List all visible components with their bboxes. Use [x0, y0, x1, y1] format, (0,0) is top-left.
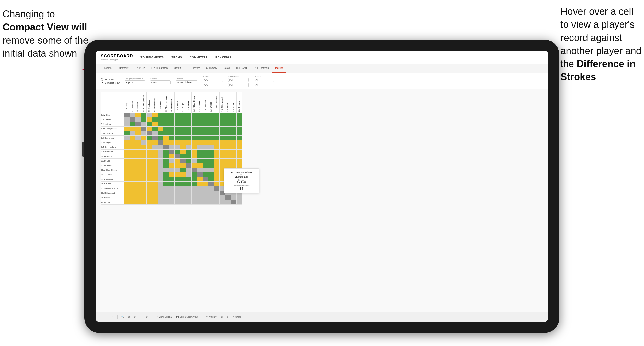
matrix-cell-5-19[interactable]: [231, 136, 237, 140]
toolbar-redo[interactable]: ↪: [106, 316, 108, 318]
matrix-cell-10-2[interactable]: [135, 159, 141, 163]
matrix-cell-3-10[interactable]: [180, 127, 186, 131]
players-select[interactable]: (All): [254, 78, 274, 82]
matrix-cell-15-0[interactable]: [124, 182, 130, 186]
matrix-cell-8-9[interactable]: [175, 150, 180, 154]
matrix-cell-8-13[interactable]: [197, 150, 203, 154]
matrix-cell-16-4[interactable]: [147, 186, 152, 191]
matrix-cell-8-14[interactable]: [203, 150, 208, 154]
matrix-cell-16-0[interactable]: [124, 186, 130, 191]
matrix-cell-3-17[interactable]: [220, 127, 225, 131]
matrix-cell-8-12[interactable]: [192, 150, 197, 154]
subtab-matrix2[interactable]: Matrix: [272, 64, 286, 73]
toolbar-watch[interactable]: 👁 Watch ▾: [206, 316, 217, 318]
matrix-cell-3-7[interactable]: [163, 127, 169, 131]
matrix-cell-10-4[interactable]: [147, 159, 152, 163]
matrix-cell-19-20[interactable]: [237, 200, 242, 205]
matrix-cell-3-8[interactable]: [169, 127, 175, 131]
matrix-cell-5-14[interactable]: [203, 136, 208, 140]
matrix-cell-6-16[interactable]: [214, 140, 220, 145]
matrix-cell-11-1[interactable]: [130, 163, 135, 168]
matrix-cell-17-6[interactable]: [158, 191, 163, 195]
matrix-cell-7-18[interactable]: [225, 145, 231, 150]
matrix-cell-13-13[interactable]: [197, 172, 203, 177]
matrix-cell-9-18[interactable]: [225, 154, 231, 159]
matrix-cell-8-10[interactable]: [180, 150, 186, 154]
matrix-cell-7-1[interactable]: [130, 145, 135, 150]
conference-select2[interactable]: (All): [228, 83, 249, 87]
matrix-cell-8-6[interactable]: [158, 150, 163, 154]
toolbar-view-original[interactable]: 👁 View: Original: [156, 316, 172, 318]
toolbar-search[interactable]: 🔍: [121, 316, 124, 318]
matrix-cell-9-1[interactable]: [130, 154, 135, 159]
matrix-cell-15-16[interactable]: [214, 182, 220, 186]
matrix-cell-6-4[interactable]: [147, 140, 152, 145]
matrix-cell-6-1[interactable]: [130, 140, 135, 145]
matrix-cell-14-9[interactable]: [175, 177, 180, 182]
matrix-cell-18-2[interactable]: [135, 195, 141, 200]
matrix-cell-6-6[interactable]: [158, 140, 163, 145]
matrix-cell-18-15[interactable]: [208, 195, 214, 200]
subtab-teams[interactable]: Teams: [101, 64, 114, 73]
region-select[interactable]: N/A: [203, 78, 223, 82]
matrix-cell-10-0[interactable]: [124, 159, 130, 163]
matrix-cell-4-11[interactable]: [186, 131, 192, 136]
matrix-cell-10-18[interactable]: [225, 159, 231, 163]
matrix-cell-12-11[interactable]: [186, 168, 192, 172]
matrix-cell-2-17[interactable]: [220, 122, 225, 127]
matrix-cell-16-6[interactable]: [158, 186, 163, 191]
matrix-cell-3-19[interactable]: [231, 127, 237, 131]
matrix-cell-12-9[interactable]: [175, 168, 180, 172]
matrix-cell-4-16[interactable]: [214, 131, 220, 136]
matrix-cell-0-13[interactable]: [197, 113, 203, 117]
matrix-cell-12-4[interactable]: [147, 168, 152, 172]
matrix-cell-12-12[interactable]: [192, 168, 197, 172]
matrix-cell-16-10[interactable]: [180, 186, 186, 191]
matrix-cell-8-15[interactable]: [208, 150, 214, 154]
matrix-cell-0-8[interactable]: [169, 113, 175, 117]
matrix-cell-15-11[interactable]: [186, 182, 192, 186]
matrix-cell-18-20[interactable]: [237, 195, 242, 200]
matrix-cell-4-10[interactable]: [180, 131, 186, 136]
matrix-cell-19-19[interactable]: [231, 200, 237, 205]
matrix-cell-0-20[interactable]: [237, 113, 242, 117]
matrix-cell-1-18[interactable]: [225, 117, 231, 122]
matrix-cell-12-16[interactable]: [214, 168, 220, 172]
matrix-cell-14-1[interactable]: [130, 177, 135, 182]
matrix-cell-8-1[interactable]: [130, 150, 135, 154]
matrix-cell-17-9[interactable]: [175, 191, 180, 195]
matrix-cell-14-3[interactable]: [141, 177, 147, 182]
matrix-cell-4-9[interactable]: [175, 131, 180, 136]
matrix-cell-7-9[interactable]: [175, 145, 180, 150]
matrix-cell-9-6[interactable]: [158, 154, 163, 159]
matrix-cell-4-13[interactable]: [197, 131, 203, 136]
matrix-cell-19-18[interactable]: [225, 200, 231, 205]
matrix-cell-7-13[interactable]: [197, 145, 203, 150]
matrix-cell-13-8[interactable]: [169, 172, 175, 177]
matrix-cell-5-16[interactable]: [214, 136, 220, 140]
matrix-cell-8-3[interactable]: [141, 150, 147, 154]
matrix-cell-5-2[interactable]: [135, 136, 141, 140]
matrix-cell-4-14[interactable]: [203, 131, 208, 136]
matrix-cell-7-6[interactable]: [158, 145, 163, 150]
matrix-cell-17-4[interactable]: [147, 191, 152, 195]
matrix-cell-5-1[interactable]: [130, 136, 135, 140]
matrix-cell-7-14[interactable]: [203, 145, 208, 150]
matrix-cell-19-15[interactable]: [208, 200, 214, 205]
matrix-cell-19-8[interactable]: [169, 200, 175, 205]
matrix-cell-19-14[interactable]: [203, 200, 208, 205]
matrix-cell-11-9[interactable]: [175, 163, 180, 168]
matrix-cell-14-16[interactable]: [214, 177, 220, 182]
matrix-scroll[interactable]: 1. W Ding2. L Clanton3. J Koivun4. M Tho…: [101, 92, 543, 309]
matrix-cell-0-1[interactable]: [130, 113, 135, 117]
matrix-cell-4-12[interactable]: [192, 131, 197, 136]
matrix-cell-14-8[interactable]: [169, 177, 175, 182]
matrix-cell-11-4[interactable]: [147, 163, 152, 168]
matrix-cell-2-5[interactable]: [152, 122, 158, 127]
matrix-cell-7-12[interactable]: [192, 145, 197, 150]
matrix-cell-4-15[interactable]: [208, 131, 214, 136]
matrix-cell-1-15[interactable]: [208, 117, 214, 122]
matrix-cell-19-2[interactable]: [135, 200, 141, 205]
matrix-cell-10-8[interactable]: [169, 159, 175, 163]
matrix-cell-7-2[interactable]: [135, 145, 141, 150]
